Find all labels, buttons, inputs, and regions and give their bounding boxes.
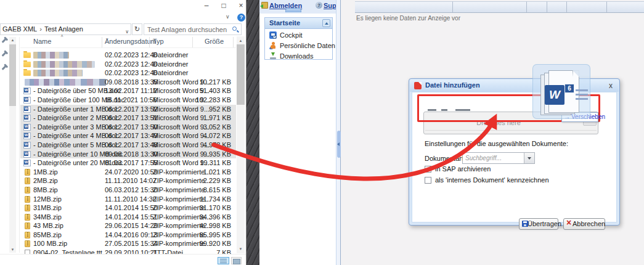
address-dropdown-icon[interactable]: ∨ [125,26,129,37]
file-size: 3.052 KB [193,123,231,132]
file-row[interactable]: - Dateigröße unter 5 MB.doc 06.12.2017 1… [20,141,236,150]
scroll-up-icon[interactable]: ▲ [9,37,16,43]
internes-dokument-checkbox[interactable] [425,177,431,184]
breadcrumb-segment[interactable]: Test Anlagen [43,24,85,35]
checkbox-label[interactable]: als 'internes Dokument' kennzeichnen [435,176,549,184]
file-type-icon [23,132,31,139]
panel-title: Startseite [269,19,300,26]
file-list: 02.02.2023 12:46 Dateiordner 02.02.2023 … [20,51,236,254]
checkbox-label[interactable]: in SAP archivieren [435,165,491,173]
file-date: 06.03.2012 15:30 [105,186,158,195]
table-column-header[interactable] [567,1,607,13]
list-scrollbar-thumb[interactable] [237,44,245,105]
file-size: 99.920 KB [193,239,231,248]
dialog-title: Datei hinzufügen [425,81,480,89]
file-size: 1.021 KB [193,168,231,177]
file-row[interactable]: 43 MB.zip 29.06.2015 14:29 ZIP-komprimie… [20,221,236,230]
chevron-up-icon[interactable] [322,19,330,27]
panel-tab-handle[interactable] [285,8,301,12]
file-type-icon [25,187,30,194]
nav-scrollbar-thumb[interactable] [9,44,16,106]
text-line-icon [576,98,588,100]
file-date: 29.06.2015 14:29 [105,221,158,230]
file-row[interactable]: 02.02.2023 12:46 Dateiordner [20,68,236,78]
file-row[interactable]: 02.02.2023 12:46 Dateiordner [20,60,236,69]
explorer-window: – □ × ∨ ? GAEB XML›Test Anlagen ∨ ↻ Test… [0,0,247,265]
file-type-icon [23,151,31,158]
file-row[interactable]: 0904-02_Testanlage.ttt 29.09.2010 10:21 … [20,248,236,254]
file-row[interactable]: 12MB.zip 11.11.2010 14:30 ZIP-komprimier… [20,195,236,204]
file-row[interactable]: - Dateigröße unter 10 MB.doc 09.08.2018 … [20,150,236,159]
file-type-icon [23,62,31,67]
file-row[interactable]: 31MB.zip 14.01.2014 15:50 ZIP-komprimier… [20,203,236,213]
abbrechen-button[interactable]: × Abbrechen [563,218,605,230]
file-row[interactable]: 100 MB.zip 27.05.2015 15:34 ZIP-komprimi… [20,239,236,248]
file-row[interactable]: - Dateigröße unter 2 MB.doc 06.12.2017 1… [20,113,236,123]
help-button[interactable]: ? [237,14,245,22]
panel-item[interactable]: Persönliche Daten [265,41,332,51]
file-row[interactable]: - Dateigröße unter 4 MB.doc 06.12.2017 1… [20,131,236,141]
thumbnail-view-button[interactable] [231,257,242,264]
address-bar[interactable]: GAEB XML›Test Anlagen ∨ [0,23,131,35]
search-input[interactable]: Test Anlagen durchsuchen [144,23,242,35]
file-row[interactable]: 8MB.zip 06.03.2012 15:30 ZIP-komprimiert… [20,186,236,195]
ribbon-collapse-icon[interactable]: ∨ [226,14,230,20]
column-header-size[interactable]: Größe [205,38,224,45]
file-size: 4.072 KB [193,131,231,141]
file-row[interactable]: - Dateigröße unter 20 MB.doc 01.03.2017 … [20,158,236,168]
sort-ascending-icon: ∧ [60,33,63,38]
list-scrollbar[interactable]: ▲ ▼ [237,36,245,253]
scroll-up-icon[interactable]: ▲ [237,38,245,44]
nav-scrollbar[interactable]: ▲ ▼ [9,37,16,253]
table-column-header[interactable] [547,1,567,13]
scroll-down-icon[interactable]: ▼ [9,247,16,253]
table-column-header[interactable] [355,1,453,13]
details-view-button[interactable] [218,257,229,264]
table-column-header[interactable] [453,1,527,13]
file-row[interactable]: - Dateigröße über 100 MB.doc 16.11.2021 … [20,96,236,105]
file-row[interactable]: 34MB.zip 14.01.2014 15:51 ZIP-komprimier… [20,213,236,222]
logout-icon [261,2,268,9]
file-size: 42.998 KB [193,221,231,230]
panel-header: Startseite [265,18,332,29]
table-column-header[interactable] [527,1,547,13]
collapse-left-icon[interactable] [337,131,341,158]
combobox-placeholder: Suchbegriff... [465,155,502,161]
help-globe-icon [316,2,322,9]
file-row[interactable]: 09.08.2018 13:35 Microsoft Word 9... 10.… [20,78,236,87]
file-size: 102.283 KB [193,96,231,105]
file-row[interactable]: 85MB.zip 14.04.2016 09:13 ZIP-komprimier… [20,230,236,240]
panel-item[interactable]: Downloads [265,52,332,62]
column-header-type[interactable]: Typ [153,38,164,45]
file-row[interactable]: 02.02.2023 12:46 Dateiordner [20,51,236,60]
dialog-close-button[interactable]: x [609,81,613,90]
file-size: 2.229 KB [193,176,231,186]
refresh-button[interactable]: ↻ [132,23,142,35]
file-type-icon [25,250,30,254]
file-row[interactable]: 1MB.zip 24.07.2020 10:59 ZIP-komprimiert… [20,168,236,177]
chevron-down-icon[interactable] [524,153,534,163]
file-row[interactable]: 2MB.zip 11.11.2010 14:07 ZIP-komprimiert… [20,176,236,186]
file-type-icon [23,160,31,166]
dokumentart-combobox[interactable]: Suchbegriff... [462,152,535,164]
splitter[interactable] [336,0,341,265]
file-size: 10.217 KB [193,78,231,87]
uebertragen-button[interactable]: Übertragen [519,218,558,230]
file-row[interactable]: - Dateigröße unter 3 MB.doc 06.12.2017 1… [20,123,236,132]
minimize-button[interactable]: – [198,0,214,11]
table-column-header[interactable] [607,1,644,13]
file-type-icon [23,124,31,131]
maximize-button[interactable]: □ [216,0,232,11]
file-type-icon [25,177,30,184]
panel-item[interactable]: Cockpit [265,31,332,41]
file-type-icon [25,169,30,176]
file-date: 06.12.2017 13:51 [105,113,158,123]
scroll-down-icon[interactable]: ▼ [237,246,245,252]
screen: – □ × ∨ ? GAEB XML›Test Anlagen ∨ ↻ Test… [0,0,644,265]
column-header-name[interactable]: Name [33,38,51,45]
file-row[interactable]: - Dateigröße unter 1 MB.doc 06.12.2017 1… [20,105,236,114]
breadcrumb-segment[interactable]: GAEB XML [1,24,39,35]
sap-archivieren-checkbox[interactable] [425,166,431,173]
file-name: 8MB.zip [33,186,58,195]
file-row[interactable]: - Dateigröße über 50 MB.doc 13.02.2017 1… [20,86,236,96]
